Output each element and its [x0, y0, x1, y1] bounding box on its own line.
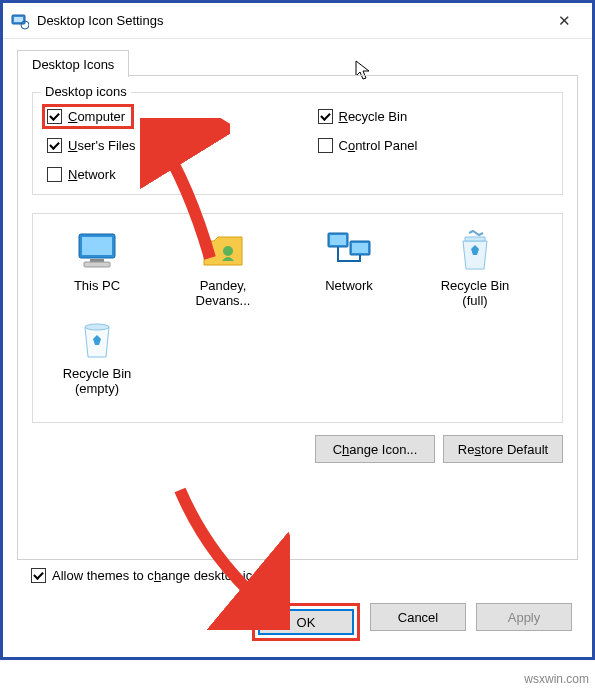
svg-rect-4: [82, 237, 112, 255]
icon-label: Pandey,: [171, 278, 275, 293]
icon-network[interactable]: Network: [295, 224, 403, 312]
watermark: wsxwin.com: [524, 672, 589, 686]
svg-point-12: [85, 324, 109, 330]
checkbox-computer[interactable]: Computer: [47, 109, 278, 124]
checkbox-label: Network: [68, 167, 116, 182]
checkbox-box: [31, 568, 46, 583]
highlight-ok: OK: [252, 603, 360, 641]
icon-this-pc[interactable]: This PC: [43, 224, 151, 312]
checkbox-allow-themes[interactable]: Allow themes to change desktop icons: [31, 568, 578, 583]
checkbox-label: Recycle Bin: [339, 109, 408, 124]
icon-label: Recycle Bin: [423, 278, 527, 293]
checkbox-label: User's Files: [68, 138, 136, 153]
restore-default-button[interactable]: Restore Default: [443, 435, 563, 463]
checkbox-users-files[interactable]: User's Files: [47, 138, 278, 153]
icon-label: Network: [297, 278, 401, 293]
checkbox-box: [318, 138, 333, 153]
highlight-computer: Computer: [42, 104, 134, 129]
close-button[interactable]: ✕: [544, 12, 584, 30]
checkbox-box: [318, 109, 333, 124]
svg-rect-11: [352, 243, 368, 253]
icon-label2: (empty): [45, 381, 149, 396]
svg-rect-9: [330, 235, 346, 245]
icon-label2: Devans...: [171, 293, 275, 308]
svg-rect-1: [14, 17, 23, 22]
dialog-button-row: OK Cancel Apply: [3, 587, 592, 657]
svg-point-7: [223, 246, 233, 256]
icon-preview-panel: This PC Pandey, Devans...: [32, 213, 563, 423]
window-title: Desktop Icon Settings: [37, 13, 544, 28]
desktop-icons-group: Desktop icons Computer Recycle Bin: [32, 92, 563, 195]
recycle-empty-icon: [45, 316, 149, 362]
tab-desktop-icons[interactable]: Desktop Icons: [17, 50, 129, 77]
checkbox-box: [47, 109, 62, 124]
apply-button[interactable]: Apply: [476, 603, 572, 631]
checkbox-box: [47, 167, 62, 182]
icon-button-row: Change Icon... Restore Default: [32, 435, 563, 463]
checkbox-control-panel[interactable]: Control Panel: [318, 138, 549, 153]
this-pc-icon: [45, 228, 149, 274]
folder-icon: [171, 228, 275, 274]
ok-button[interactable]: OK: [258, 609, 354, 635]
app-icon: [11, 12, 29, 30]
group-legend: Desktop icons: [41, 84, 131, 99]
checkbox-box: [47, 138, 62, 153]
tabs: Desktop Icons: [3, 39, 592, 76]
checkbox-label: Computer: [68, 109, 125, 124]
checkbox-recycle-bin[interactable]: Recycle Bin: [318, 109, 549, 124]
icon-recycle-empty[interactable]: Recycle Bin (empty): [43, 312, 151, 400]
icon-label: Recycle Bin: [45, 366, 149, 381]
cancel-button[interactable]: Cancel: [370, 603, 466, 631]
network-icon: [297, 228, 401, 274]
svg-rect-6: [84, 262, 110, 267]
checkbox-label: Control Panel: [339, 138, 418, 153]
icon-user-folder[interactable]: Pandey, Devans...: [169, 224, 277, 312]
checkbox-label: Allow themes to change desktop icons: [52, 568, 273, 583]
change-icon-button[interactable]: Change Icon...: [315, 435, 435, 463]
titlebar: Desktop Icon Settings ✕: [3, 3, 592, 39]
checkbox-network[interactable]: Network: [47, 167, 278, 182]
tab-panel: Desktop icons Computer Recycle Bin: [17, 76, 578, 560]
recycle-full-icon: [423, 228, 527, 274]
icon-recycle-full[interactable]: Recycle Bin (full): [421, 224, 529, 312]
icon-label2: (full): [423, 293, 527, 308]
icon-label: This PC: [45, 278, 149, 293]
dialog-window: Desktop Icon Settings ✕ Desktop Icons De…: [0, 0, 595, 660]
